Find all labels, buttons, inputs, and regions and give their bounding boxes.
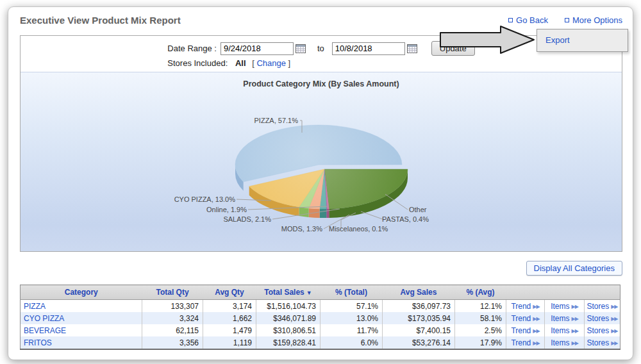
- table-header-row: CategoryTotal QtyAvg QtyTotal Sales▼% (T…: [21, 285, 620, 300]
- double-arrow-icon: ▶▶: [611, 304, 617, 310]
- report-card: Executive View Product Mix Report Go Bac…: [8, 6, 633, 360]
- pie-chart: OtherPASTAS, 0.4%Miscelaneos, 0.1%MODS, …: [21, 72, 622, 251]
- column-header-total-qty[interactable]: Total Qty: [142, 285, 203, 300]
- pie-rim-miscelaneos: [326, 209, 327, 218]
- export-menu-item[interactable]: Export: [537, 29, 628, 51]
- pct-avg-cell: 2.5%: [455, 324, 506, 336]
- go-back-link[interactable]: Go Back: [508, 15, 548, 25]
- stores-link[interactable]: Stores▶▶: [587, 326, 618, 335]
- column-header-total-sales[interactable]: Total Sales▼: [256, 285, 320, 300]
- items-cell: Items▶▶: [545, 312, 585, 324]
- pie-label-cyo-pizza: CYO PIZZA, 13.0%: [174, 195, 236, 203]
- pct-avg-cell: 58.1%: [455, 312, 506, 324]
- double-arrow-icon: ▶▶: [611, 340, 617, 346]
- date-from-input[interactable]: [221, 42, 294, 55]
- pie-label-salads: SALADS, 2.1%: [223, 215, 271, 223]
- double-arrow-icon: ▶▶: [611, 328, 617, 334]
- items-cell: Items▶▶: [545, 300, 585, 313]
- calendar-icon[interactable]: [407, 44, 417, 53]
- pct-total-cell: 13.0%: [320, 312, 383, 324]
- trend-link[interactable]: Trend▶▶: [511, 314, 539, 323]
- pie-rim-mods: [320, 209, 327, 218]
- trend-cell: Trend▶▶: [506, 300, 545, 313]
- pct-avg-cell: 17.9%: [455, 336, 506, 349]
- double-arrow-icon: ▶▶: [533, 304, 539, 310]
- category-cell: FRITOS: [21, 336, 142, 349]
- change-stores-link[interactable]: Change: [256, 58, 286, 68]
- category-cell: PIZZA: [21, 300, 142, 313]
- double-arrow-icon: ▶▶: [533, 316, 539, 322]
- pie-slice-other: [324, 169, 408, 209]
- category-table: CategoryTotal QtyAvg QtyTotal Sales▼% (T…: [20, 285, 620, 350]
- category-link[interactable]: PIZZA: [24, 302, 46, 311]
- column-header-category[interactable]: Category: [21, 285, 142, 300]
- table-row: FRITOS3,3561,119$159,828.416.0%$53,276.1…: [21, 336, 620, 349]
- table-row: CYO PIZZA3,3241,662$346,071.8913.0%$173,…: [21, 312, 620, 324]
- stores-link[interactable]: Stores▶▶: [587, 302, 618, 311]
- pie-label-pastas: PASTAS, 0.4%: [382, 215, 429, 223]
- pct-total-cell: 57.1%: [320, 300, 383, 313]
- stores-cell: Stores▶▶: [585, 324, 620, 336]
- header-links: Go Back More Options: [508, 15, 622, 25]
- category-link[interactable]: FRITOS: [24, 338, 52, 347]
- date-range-label: Date Range :: [167, 44, 217, 53]
- report-body-box: Date Range : to: [20, 35, 622, 252]
- pct-total-cell: 6.0%: [320, 336, 383, 349]
- stores-cell: Stores▶▶: [585, 312, 620, 324]
- total-sales-cell: $346,071.89: [256, 312, 320, 324]
- stores-link[interactable]: Stores▶▶: [587, 314, 618, 323]
- more-options-link[interactable]: More Options: [565, 15, 622, 25]
- column-header-avg-sales[interactable]: Avg Sales: [383, 285, 455, 300]
- column-header-blank: [585, 285, 620, 300]
- avg-sales-cell: $53,276.14: [383, 336, 455, 349]
- trend-link[interactable]: Trend▶▶: [511, 326, 539, 335]
- double-arrow-icon: ▶▶: [533, 340, 539, 346]
- pie-label-pizza: PIZZA, 57.1%: [254, 117, 299, 124]
- export-dropdown-menu[interactable]: Export: [537, 29, 628, 52]
- column-header--total-[interactable]: % (Total): [320, 285, 383, 300]
- double-arrow-icon: ▶▶: [533, 328, 539, 334]
- double-arrow-icon: ▶▶: [572, 340, 578, 346]
- total-sales-cell: $310,806.51: [256, 324, 320, 336]
- total-qty-cell: 133,307: [142, 300, 203, 313]
- chart-area: Product Category Mix (By Sales Amount) O…: [21, 72, 622, 251]
- items-link[interactable]: Items▶▶: [551, 326, 578, 335]
- items-cell: Items▶▶: [545, 324, 585, 336]
- square-bullet-icon: [508, 18, 513, 22]
- double-arrow-icon: ▶▶: [611, 316, 617, 322]
- items-link[interactable]: Items▶▶: [551, 314, 578, 323]
- category-cell: BEVERAGE: [21, 324, 142, 336]
- column-header-blank: [506, 285, 545, 300]
- pie-rim-online: [299, 207, 309, 217]
- annotation-arrow: [439, 25, 537, 54]
- category-cell: CYO PIZZA: [21, 312, 142, 324]
- table-row: PIZZA133,3073,174$1,516,104.7357.1%$36,0…: [21, 300, 620, 313]
- total-qty-cell: 62,115: [142, 324, 203, 336]
- trend-link[interactable]: Trend▶▶: [511, 338, 539, 347]
- calendar-icon[interactable]: [296, 44, 306, 53]
- stores-link[interactable]: Stores▶▶: [587, 338, 618, 347]
- column-header-blank: [545, 285, 585, 300]
- trend-cell: Trend▶▶: [506, 324, 545, 336]
- pct-total-cell: 11.7%: [320, 324, 383, 336]
- category-link[interactable]: BEVERAGE: [24, 326, 66, 335]
- table-row: BEVERAGE62,1151,479$310,806.5111.7%$7,40…: [21, 324, 620, 336]
- double-arrow-icon: ▶▶: [572, 328, 578, 334]
- date-to-input[interactable]: [332, 42, 405, 55]
- column-header-avg-qty[interactable]: Avg Qty: [203, 285, 256, 300]
- trend-link[interactable]: Trend▶▶: [511, 302, 539, 311]
- display-all-categories-button[interactable]: Display All Categories: [526, 261, 622, 276]
- items-link[interactable]: Items▶▶: [551, 338, 578, 347]
- category-link[interactable]: CYO PIZZA: [24, 314, 64, 323]
- total-qty-cell: 3,356: [142, 336, 203, 349]
- table-body: PIZZA133,3073,174$1,516,104.7357.1%$36,0…: [21, 300, 620, 350]
- trend-cell: Trend▶▶: [506, 312, 545, 324]
- column-header--avg-[interactable]: % (Avg): [455, 285, 506, 300]
- page-header: Executive View Product Mix Report Go Bac…: [20, 15, 622, 26]
- items-link[interactable]: Items▶▶: [551, 302, 578, 311]
- avg-sales-cell: $173,035.94: [383, 312, 455, 324]
- stores-included-label: Stores Included:: [167, 58, 228, 68]
- sort-desc-icon: ▼: [306, 290, 312, 296]
- avg-sales-cell: $36,097.73: [383, 300, 455, 313]
- items-cell: Items▶▶: [545, 336, 585, 349]
